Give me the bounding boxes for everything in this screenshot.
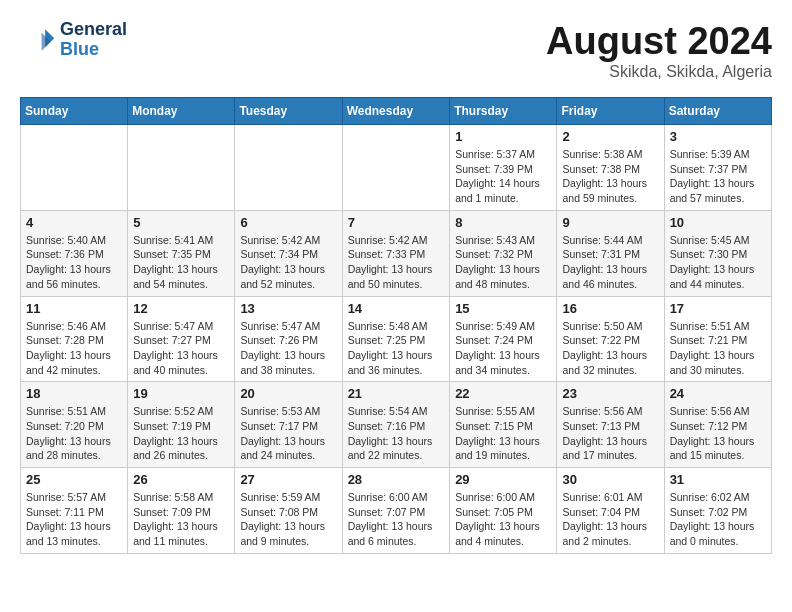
day-info: Sunrise: 5:37 AM Sunset: 7:39 PM Dayligh…	[455, 147, 551, 206]
day-number: 19	[133, 386, 229, 401]
day-info: Sunrise: 5:47 AM Sunset: 7:26 PM Dayligh…	[240, 319, 336, 378]
calendar-cell: 3Sunrise: 5:39 AM Sunset: 7:37 PM Daylig…	[664, 125, 771, 211]
day-header-friday: Friday	[557, 98, 664, 125]
calendar-cell: 1Sunrise: 5:37 AM Sunset: 7:39 PM Daylig…	[450, 125, 557, 211]
day-number: 29	[455, 472, 551, 487]
calendar-week-row: 11Sunrise: 5:46 AM Sunset: 7:28 PM Dayli…	[21, 296, 772, 382]
day-info: Sunrise: 6:01 AM Sunset: 7:04 PM Dayligh…	[562, 490, 658, 549]
month-title: August 2024	[546, 20, 772, 63]
calendar-cell: 21Sunrise: 5:54 AM Sunset: 7:16 PM Dayli…	[342, 382, 450, 468]
day-number: 22	[455, 386, 551, 401]
day-info: Sunrise: 5:51 AM Sunset: 7:21 PM Dayligh…	[670, 319, 766, 378]
day-info: Sunrise: 5:51 AM Sunset: 7:20 PM Dayligh…	[26, 404, 122, 463]
day-info: Sunrise: 5:50 AM Sunset: 7:22 PM Dayligh…	[562, 319, 658, 378]
calendar-cell: 28Sunrise: 6:00 AM Sunset: 7:07 PM Dayli…	[342, 468, 450, 554]
day-info: Sunrise: 5:57 AM Sunset: 7:11 PM Dayligh…	[26, 490, 122, 549]
day-info: Sunrise: 5:48 AM Sunset: 7:25 PM Dayligh…	[348, 319, 445, 378]
calendar-week-row: 4Sunrise: 5:40 AM Sunset: 7:36 PM Daylig…	[21, 210, 772, 296]
day-number: 15	[455, 301, 551, 316]
calendar-cell: 14Sunrise: 5:48 AM Sunset: 7:25 PM Dayli…	[342, 296, 450, 382]
calendar-cell: 5Sunrise: 5:41 AM Sunset: 7:35 PM Daylig…	[128, 210, 235, 296]
calendar-cell: 4Sunrise: 5:40 AM Sunset: 7:36 PM Daylig…	[21, 210, 128, 296]
day-info: Sunrise: 5:52 AM Sunset: 7:19 PM Dayligh…	[133, 404, 229, 463]
day-number: 30	[562, 472, 658, 487]
day-number: 23	[562, 386, 658, 401]
location-subtitle: Skikda, Skikda, Algeria	[546, 63, 772, 81]
day-number: 9	[562, 215, 658, 230]
calendar-cell: 20Sunrise: 5:53 AM Sunset: 7:17 PM Dayli…	[235, 382, 342, 468]
day-info: Sunrise: 5:45 AM Sunset: 7:30 PM Dayligh…	[670, 233, 766, 292]
calendar-week-row: 25Sunrise: 5:57 AM Sunset: 7:11 PM Dayli…	[21, 468, 772, 554]
calendar-cell: 29Sunrise: 6:00 AM Sunset: 7:05 PM Dayli…	[450, 468, 557, 554]
page-header: General Blue August 2024 Skikda, Skikda,…	[20, 20, 772, 81]
calendar-cell: 8Sunrise: 5:43 AM Sunset: 7:32 PM Daylig…	[450, 210, 557, 296]
calendar-cell	[128, 125, 235, 211]
day-number: 10	[670, 215, 766, 230]
calendar-cell: 23Sunrise: 5:56 AM Sunset: 7:13 PM Dayli…	[557, 382, 664, 468]
calendar-cell: 27Sunrise: 5:59 AM Sunset: 7:08 PM Dayli…	[235, 468, 342, 554]
day-header-saturday: Saturday	[664, 98, 771, 125]
calendar-cell	[235, 125, 342, 211]
calendar-cell: 25Sunrise: 5:57 AM Sunset: 7:11 PM Dayli…	[21, 468, 128, 554]
day-info: Sunrise: 5:46 AM Sunset: 7:28 PM Dayligh…	[26, 319, 122, 378]
day-info: Sunrise: 5:49 AM Sunset: 7:24 PM Dayligh…	[455, 319, 551, 378]
day-header-tuesday: Tuesday	[235, 98, 342, 125]
day-number: 7	[348, 215, 445, 230]
day-number: 16	[562, 301, 658, 316]
day-number: 12	[133, 301, 229, 316]
day-header-sunday: Sunday	[21, 98, 128, 125]
calendar-table: SundayMondayTuesdayWednesdayThursdayFrid…	[20, 97, 772, 554]
day-info: Sunrise: 5:44 AM Sunset: 7:31 PM Dayligh…	[562, 233, 658, 292]
day-info: Sunrise: 5:54 AM Sunset: 7:16 PM Dayligh…	[348, 404, 445, 463]
day-number: 27	[240, 472, 336, 487]
day-header-monday: Monday	[128, 98, 235, 125]
day-number: 25	[26, 472, 122, 487]
day-info: Sunrise: 5:59 AM Sunset: 7:08 PM Dayligh…	[240, 490, 336, 549]
calendar-cell: 13Sunrise: 5:47 AM Sunset: 7:26 PM Dayli…	[235, 296, 342, 382]
day-number: 31	[670, 472, 766, 487]
calendar-cell: 31Sunrise: 6:02 AM Sunset: 7:02 PM Dayli…	[664, 468, 771, 554]
day-number: 2	[562, 129, 658, 144]
day-number: 11	[26, 301, 122, 316]
calendar-cell: 2Sunrise: 5:38 AM Sunset: 7:38 PM Daylig…	[557, 125, 664, 211]
day-header-wednesday: Wednesday	[342, 98, 450, 125]
calendar-cell: 7Sunrise: 5:42 AM Sunset: 7:33 PM Daylig…	[342, 210, 450, 296]
calendar-header-row: SundayMondayTuesdayWednesdayThursdayFrid…	[21, 98, 772, 125]
day-info: Sunrise: 5:43 AM Sunset: 7:32 PM Dayligh…	[455, 233, 551, 292]
calendar-cell: 30Sunrise: 6:01 AM Sunset: 7:04 PM Dayli…	[557, 468, 664, 554]
calendar-cell: 17Sunrise: 5:51 AM Sunset: 7:21 PM Dayli…	[664, 296, 771, 382]
day-info: Sunrise: 5:38 AM Sunset: 7:38 PM Dayligh…	[562, 147, 658, 206]
day-number: 1	[455, 129, 551, 144]
calendar-cell: 6Sunrise: 5:42 AM Sunset: 7:34 PM Daylig…	[235, 210, 342, 296]
calendar-week-row: 1Sunrise: 5:37 AM Sunset: 7:39 PM Daylig…	[21, 125, 772, 211]
logo: General Blue	[20, 20, 127, 60]
day-info: Sunrise: 5:56 AM Sunset: 7:12 PM Dayligh…	[670, 404, 766, 463]
day-info: Sunrise: 5:56 AM Sunset: 7:13 PM Dayligh…	[562, 404, 658, 463]
logo-text: General Blue	[60, 20, 127, 60]
title-block: August 2024 Skikda, Skikda, Algeria	[546, 20, 772, 81]
day-info: Sunrise: 5:58 AM Sunset: 7:09 PM Dayligh…	[133, 490, 229, 549]
logo-icon	[20, 22, 56, 58]
calendar-cell: 9Sunrise: 5:44 AM Sunset: 7:31 PM Daylig…	[557, 210, 664, 296]
day-number: 6	[240, 215, 336, 230]
day-number: 21	[348, 386, 445, 401]
day-number: 26	[133, 472, 229, 487]
calendar-cell: 16Sunrise: 5:50 AM Sunset: 7:22 PM Dayli…	[557, 296, 664, 382]
day-info: Sunrise: 6:00 AM Sunset: 7:07 PM Dayligh…	[348, 490, 445, 549]
day-info: Sunrise: 5:55 AM Sunset: 7:15 PM Dayligh…	[455, 404, 551, 463]
day-number: 3	[670, 129, 766, 144]
calendar-cell: 22Sunrise: 5:55 AM Sunset: 7:15 PM Dayli…	[450, 382, 557, 468]
day-info: Sunrise: 6:02 AM Sunset: 7:02 PM Dayligh…	[670, 490, 766, 549]
calendar-cell: 15Sunrise: 5:49 AM Sunset: 7:24 PM Dayli…	[450, 296, 557, 382]
calendar-cell	[342, 125, 450, 211]
day-info: Sunrise: 5:41 AM Sunset: 7:35 PM Dayligh…	[133, 233, 229, 292]
day-info: Sunrise: 5:42 AM Sunset: 7:33 PM Dayligh…	[348, 233, 445, 292]
day-header-thursday: Thursday	[450, 98, 557, 125]
calendar-cell	[21, 125, 128, 211]
day-number: 20	[240, 386, 336, 401]
day-number: 5	[133, 215, 229, 230]
calendar-cell: 10Sunrise: 5:45 AM Sunset: 7:30 PM Dayli…	[664, 210, 771, 296]
calendar-cell: 26Sunrise: 5:58 AM Sunset: 7:09 PM Dayli…	[128, 468, 235, 554]
calendar-cell: 18Sunrise: 5:51 AM Sunset: 7:20 PM Dayli…	[21, 382, 128, 468]
calendar-cell: 12Sunrise: 5:47 AM Sunset: 7:27 PM Dayli…	[128, 296, 235, 382]
